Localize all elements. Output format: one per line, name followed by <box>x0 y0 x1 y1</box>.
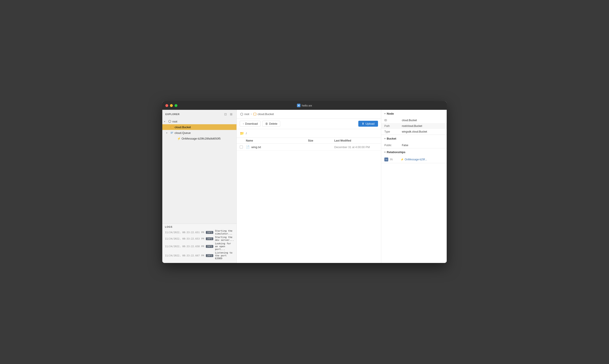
node-path-row: Path root/cloud.Bucket <box>381 123 447 129</box>
upload-label: Upload <box>365 122 375 125</box>
tree-item-root[interactable]: ▾ root <box>162 118 236 124</box>
log-timestamp-3: 11/24/2022, 08:33:22.667 PM <box>165 254 204 257</box>
queue-icon <box>170 131 174 134</box>
node-section-title: Node <box>387 112 394 115</box>
log-badge-2: INFO <box>206 245 213 248</box>
download-label: Download <box>245 122 258 125</box>
tree-label-root: root <box>172 120 177 123</box>
close-button[interactable] <box>165 104 168 107</box>
col-modified-header: Last Modified <box>334 139 378 142</box>
relationships-section-title: Relationships <box>387 151 405 154</box>
right-panel: ▾ Node ID cloud.Bucket Path root/cloud.B… <box>381 110 447 263</box>
breadcrumb-separator: > <box>250 113 252 116</box>
log-row-2: 11/24/2022, 08:33:22.658 PM INFO Looking… <box>165 242 234 251</box>
log-timestamp-1: 11/24/2022, 08:33:22.653 PM <box>165 237 204 240</box>
breadcrumb-root-icon <box>240 113 243 116</box>
tree-item-cloud-bucket[interactable]: cloud.Bucket <box>162 124 236 130</box>
svg-rect-6 <box>254 113 256 115</box>
sidebar-collapse-button[interactable]: ⊡ <box>223 112 228 116</box>
tree-item-onmessage[interactable]: ⚡ OnMessage-b29fc28fa9d650f5 <box>162 136 236 141</box>
current-path: / <box>246 132 247 135</box>
file-checkbox-0[interactable] <box>240 145 243 149</box>
window-title-text: hello.wx <box>302 104 312 107</box>
relationships-section-header[interactable]: ▾ Relationships <box>381 148 447 156</box>
node-type-label: Type <box>384 130 402 133</box>
node-section: ▾ Node ID cloud.Bucket Path root/cloud.B… <box>381 110 447 135</box>
bucket-public-label: Public <box>384 144 402 147</box>
breadcrumb-bucket: cloud.Bucket <box>253 112 274 116</box>
breadcrumb-bucket-label: cloud.Bucket <box>258 112 274 116</box>
relationships-section: ▾ Relationships ↪ IN ⚡ OnMessage-b29f... <box>381 148 447 163</box>
file-icon-0: 📄 <box>246 145 250 149</box>
titlebar: W hello.wx <box>162 101 447 110</box>
caret-queue: ▾ <box>166 132 169 134</box>
node-id-row: ID cloud.Bucket <box>381 117 447 123</box>
file-table: Name Size Last Modified 📄 wing.txt Decem… <box>237 138 381 151</box>
bucket-section-caret: ▾ <box>384 137 385 140</box>
node-id-label: ID <box>384 119 402 122</box>
bucket-section-title: Bucket <box>387 137 396 140</box>
node-id-value: cloud.Bucket <box>402 119 444 122</box>
node-path-value: root/cloud.Bucket <box>402 124 444 128</box>
upload-button[interactable]: ⬆ Upload <box>358 121 378 127</box>
log-message-0: Starting the simulator... <box>215 230 234 235</box>
col-check-header <box>240 139 246 142</box>
relationship-name-0: ⚡ OnMessage-b29f... <box>401 158 427 161</box>
bolt-icon: ⚡ <box>177 137 181 140</box>
log-badge-1: INFO <box>206 237 213 240</box>
tree-label-cloud-queue: cloud.Queue <box>175 131 191 134</box>
content-area: root > cloud.Bucket ↑ Download 🗑 <box>237 110 381 263</box>
log-row-0: 11/24/2022, 08:33:22.651 PM INFO Startin… <box>165 230 234 235</box>
relationship-in-icon: ↪ <box>384 157 388 161</box>
minimize-button[interactable] <box>170 104 173 107</box>
folder-icon: 📁 <box>240 131 244 135</box>
maximize-button[interactable] <box>175 104 177 107</box>
breadcrumb-root-label: root <box>244 112 249 116</box>
log-row-3: 11/24/2022, 08:33:22.667 PM INFO Listeni… <box>165 251 234 260</box>
relationship-name-text-0: OnMessage-b29f... <box>405 158 427 161</box>
app-window: W hello.wx EXPLORER ⊡ ⊞ ▾ ro <box>162 101 447 263</box>
file-browser: 📁 / Name Size Last Modified 📄 wing.txt <box>237 129 381 263</box>
log-timestamp-2: 11/24/2022, 08:33:22.658 PM <box>165 245 204 248</box>
log-message-3: Listening to the port 63989 <box>215 251 234 260</box>
relationship-bolt-icon: ⚡ <box>401 158 404 161</box>
tree-item-cloud-queue[interactable]: ▾ cloud.Queue <box>162 130 236 136</box>
breadcrumb-root: root <box>240 112 249 116</box>
log-row-1: 11/24/2022, 08:33:22.653 PM INFO Startin… <box>165 236 234 242</box>
window-title: W hello.wx <box>297 104 312 107</box>
relationship-row-0: ↪ IN ⚡ OnMessage-b29f... <box>381 156 447 163</box>
breadcrumb-bucket-icon <box>253 113 256 116</box>
svg-point-5 <box>241 113 243 115</box>
svg-point-0 <box>169 120 171 123</box>
sidebar-actions: ⊡ ⊞ <box>223 112 233 116</box>
tree-label-onmessage: OnMessage-b29fc28fa9d650f5 <box>181 137 221 140</box>
log-message-1: Starting the dev server... <box>215 236 234 242</box>
sidebar: EXPLORER ⊡ ⊞ ▾ root <box>162 110 237 263</box>
breadcrumb: root > cloud.Bucket <box>237 110 381 118</box>
file-tree: ▾ root cloud.Bucket ▾ <box>162 118 236 223</box>
node-type-value: wingsdk.cloud.Bucket <box>402 130 444 133</box>
download-icon: ↑ <box>243 122 244 125</box>
node-path-label: Path <box>384 124 402 128</box>
download-button[interactable]: ↑ Download <box>240 121 260 127</box>
file-row-0[interactable]: 📄 wing.txt December 31 at 4:00:00 PM <box>237 144 381 151</box>
log-timestamp-0: 11/24/2022, 08:33:22.651 PM <box>165 231 204 234</box>
traffic-lights <box>165 104 177 107</box>
root-icon <box>168 120 171 123</box>
sidebar-title: EXPLORER <box>165 113 180 116</box>
file-toolbar: ↑ Download 🗑 Delete ⬆ Upload <box>237 118 381 129</box>
logs-title: LOGS <box>165 225 234 228</box>
bucket-public-row: Public False <box>381 143 447 148</box>
upload-icon: ⬆ <box>362 122 364 125</box>
svg-rect-1 <box>171 126 173 129</box>
bucket-section-header[interactable]: ▾ Bucket <box>381 135 447 143</box>
caret-root: ▾ <box>164 120 167 123</box>
node-section-header[interactable]: ▾ Node <box>381 110 447 117</box>
file-modified-0: December 31 at 4:00:00 PM <box>334 145 378 149</box>
node-section-caret: ▾ <box>384 112 385 115</box>
log-badge-3: INFO <box>206 254 213 257</box>
sidebar-new-button[interactable]: ⊞ <box>229 112 233 116</box>
delete-button[interactable]: 🗑 Delete <box>262 121 280 127</box>
bucket-icon <box>170 125 174 129</box>
relationships-section-caret: ▾ <box>384 151 385 153</box>
